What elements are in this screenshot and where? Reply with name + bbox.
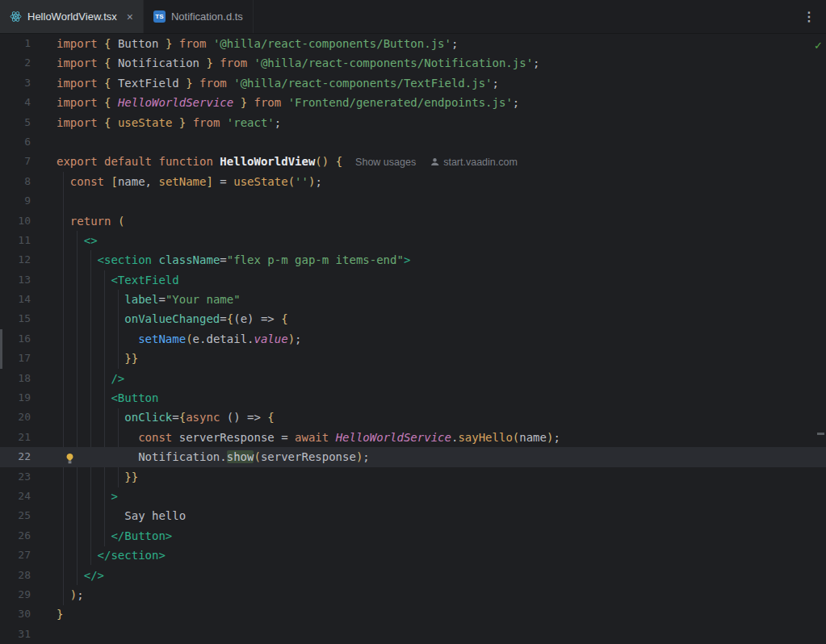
line-number[interactable]: 27 <box>0 546 31 565</box>
code-token <box>57 332 138 345</box>
line-number[interactable]: 3 <box>0 73 31 93</box>
code-token: ( <box>513 431 519 444</box>
code-line[interactable]: 18 /> <box>0 369 826 388</box>
line-number[interactable]: 24 <box>0 487 31 506</box>
line-number[interactable]: 16 <box>0 329 31 349</box>
code-line[interactable]: 6 <box>0 132 826 152</box>
code-line[interactable]: 10 return ( <box>0 211 826 231</box>
code-token: serverResponse <box>261 450 356 463</box>
code-token: name <box>118 175 145 188</box>
code-token: ( <box>118 215 124 228</box>
code-line[interactable]: 9 <box>0 191 826 211</box>
code-text: <section className="flex p-m gap-m items… <box>31 250 410 270</box>
code-line[interactable]: 12 <section className="flex p-m gap-m it… <box>0 250 826 270</box>
editor-options-icon[interactable]: ⋮ <box>792 9 826 24</box>
line-number[interactable]: 4 <box>0 93 31 112</box>
close-tab-icon[interactable]: × <box>127 11 133 23</box>
code-text: import { useState } from 'react'; <box>31 113 281 132</box>
line-number[interactable]: 23 <box>0 467 31 487</box>
code-token: default <box>104 155 152 168</box>
code-token: 'react' <box>227 116 275 129</box>
line-number[interactable]: 9 <box>0 191 31 211</box>
code-line[interactable]: 22 Notification.show(serverResponse); <box>0 447 826 466</box>
code-line[interactable]: 15 onValueChanged={(e) => { <box>0 309 826 328</box>
code-text: import { HelloWorldService } from 'Front… <box>31 93 519 112</box>
code-line[interactable]: 19 <Button <box>0 388 826 408</box>
code-line[interactable]: 31 <box>0 625 826 644</box>
code-line[interactable]: 11 <> <box>0 231 826 250</box>
line-number[interactable]: 28 <box>0 566 31 585</box>
code-line[interactable]: 30} <box>0 604 826 624</box>
line-number[interactable]: 21 <box>0 428 31 447</box>
line-number[interactable]: 11 <box>0 231 31 250</box>
code-token: </section> <box>98 549 166 562</box>
code-token <box>57 549 98 562</box>
code-token: useState <box>233 175 287 188</box>
intention-bulb-icon[interactable] <box>65 450 76 462</box>
line-number[interactable]: 8 <box>0 172 31 191</box>
line-number[interactable]: 10 <box>0 211 31 231</box>
code-token: const <box>138 431 172 444</box>
code-editor[interactable]: 1import { Button } from '@hilla/react-co… <box>0 34 826 644</box>
code-line[interactable]: 27 </section> <box>0 546 826 565</box>
line-number[interactable]: 2 <box>0 53 31 73</box>
code-line[interactable]: 25 Say hello <box>0 506 826 525</box>
line-number[interactable]: 17 <box>0 349 31 368</box>
line-number[interactable]: 20 <box>0 408 31 427</box>
code-token: '@hilla/react-components/Notification.js… <box>254 56 534 69</box>
line-number[interactable]: 22 <box>0 447 31 466</box>
code-line[interactable]: 4import { HelloWorldService } from 'Fron… <box>0 93 826 112</box>
line-number[interactable]: 13 <box>0 270 31 290</box>
code-token <box>329 155 335 168</box>
code-line[interactable]: 24 > <box>0 487 826 506</box>
line-number[interactable]: 18 <box>0 369 31 388</box>
line-number[interactable]: 25 <box>0 506 31 525</box>
code-line[interactable]: 2import { Notification } from '@hilla/re… <box>0 53 826 73</box>
code-token: </> <box>84 569 104 582</box>
line-number[interactable]: 7 <box>0 152 31 171</box>
code-line[interactable]: 14 label="Your name" <box>0 290 826 309</box>
code-token: } <box>179 116 186 129</box>
code-token: = <box>213 175 233 188</box>
code-line[interactable]: 5import { useState } from 'react'; <box>0 113 826 132</box>
code-line[interactable]: 26 </Button> <box>0 526 826 546</box>
code-token <box>98 37 104 50</box>
tab-helloworldview-tsx[interactable]: HelloWorldView.tsx × <box>0 0 144 33</box>
line-number[interactable]: 1 <box>0 34 31 53</box>
code-author-hint[interactable]: start.vaadin.com <box>443 157 518 168</box>
line-number[interactable]: 31 <box>0 625 31 644</box>
code-line[interactable]: 7export default function HelloWorldView(… <box>0 152 826 171</box>
code-line[interactable]: 16 setName(e.detail.value); <box>0 329 826 349</box>
code-token <box>57 372 111 385</box>
line-number[interactable]: 12 <box>0 250 31 270</box>
code-line[interactable]: 8 const [name, setName] = useState(''); <box>0 172 826 191</box>
code-token: import <box>57 56 98 69</box>
line-number[interactable]: 14 <box>0 290 31 309</box>
code-line[interactable]: 29 ); <box>0 585 826 604</box>
line-number[interactable]: 19 <box>0 388 31 408</box>
line-number[interactable]: 30 <box>0 604 31 624</box>
code-token <box>57 293 124 306</box>
code-line[interactable]: 23 }} <box>0 467 826 487</box>
code-token <box>206 37 212 50</box>
show-usages-hint[interactable]: Show usages <box>355 157 416 168</box>
line-number[interactable]: 6 <box>0 132 31 152</box>
code-line[interactable]: 13 <TextField <box>0 270 826 290</box>
code-line[interactable]: 17 }} <box>0 349 826 368</box>
line-number[interactable]: 26 <box>0 526 31 546</box>
code-line[interactable]: 21 const serverResponse = await HelloWor… <box>0 428 826 447</box>
tab-notification-dts[interactable]: TS Notification.d.ts <box>144 0 254 33</box>
code-line[interactable]: 3import { TextField } from '@hilla/react… <box>0 73 826 93</box>
code-text: Say hello <box>31 506 186 525</box>
line-number[interactable]: 5 <box>0 113 31 132</box>
code-line[interactable]: 20 onClick={async () => { <box>0 408 826 427</box>
code-token: ; <box>553 431 560 444</box>
line-number[interactable]: 15 <box>0 309 31 328</box>
code-line[interactable]: 1import { Button } from '@hilla/react-co… <box>0 34 826 53</box>
code-line[interactable]: 28 </> <box>0 566 826 585</box>
editor-scrollbar[interactable]: ✓ <box>815 34 826 644</box>
code-token: } <box>57 608 63 621</box>
inspections-ok-icon[interactable]: ✓ <box>814 36 823 56</box>
code-token: from <box>193 116 220 129</box>
line-number[interactable]: 29 <box>0 585 31 604</box>
